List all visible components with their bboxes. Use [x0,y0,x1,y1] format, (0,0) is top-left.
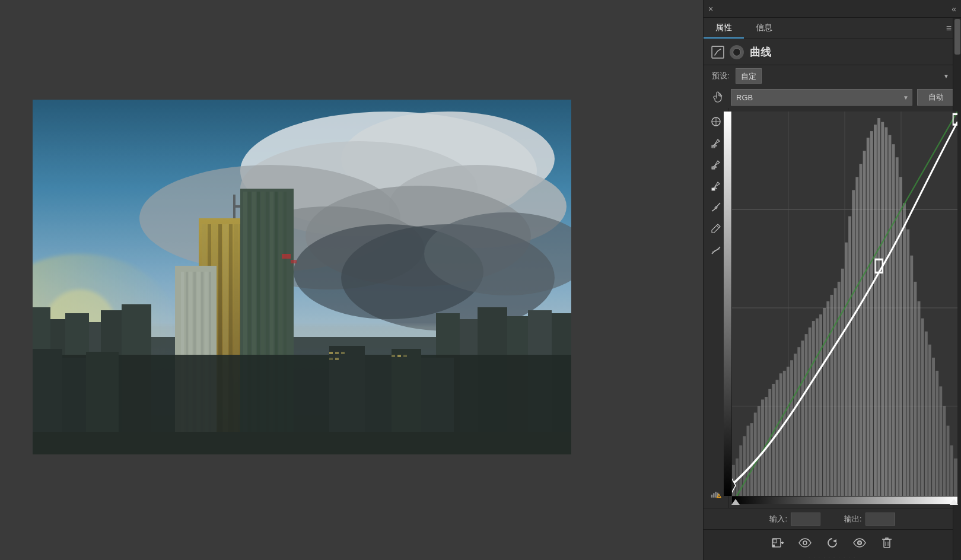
svg-rect-155 [910,256,913,504]
svg-rect-147 [881,122,884,504]
scrollbar-thumb[interactable] [954,19,960,55]
svg-rect-119 [779,373,782,504]
svg-rect-149 [889,135,892,504]
svg-point-177 [803,541,807,545]
output-gradient-bar [724,112,732,496]
mask-icon[interactable] [730,45,744,59]
output-value[interactable] [865,513,895,526]
svg-rect-165 [947,426,950,504]
input-gradient-bar [732,496,957,504]
preset-select[interactable]: 自定 [736,68,762,84]
svg-rect-151 [896,157,899,504]
double-arrow-icon[interactable]: « [952,4,956,14]
tools-curve-row: ! [704,108,961,508]
svg-rect-96 [715,492,716,498]
channel-row: RGB Red Green Blue 自动 [704,87,961,108]
svg-line-84 [718,49,721,50]
svg-rect-160 [928,345,931,504]
svg-rect-116 [768,389,771,504]
svg-rect-81 [33,100,571,454]
add-mask-button[interactable] [769,534,787,552]
svg-rect-182 [884,539,890,548]
svg-rect-157 [918,301,921,504]
svg-rect-142 [863,151,866,504]
svg-rect-127 [809,327,812,504]
channel-dropdown[interactable]: RGB Red Green Blue [731,89,912,106]
sample-point-tool[interactable] [707,113,725,131]
curve-area[interactable] [732,112,957,504]
curve-graph[interactable] [732,112,957,504]
tab-info[interactable]: 信息 [744,18,784,39]
svg-rect-130 [819,314,822,504]
svg-rect-90 [712,167,715,169]
svg-rect-138 [848,217,851,504]
svg-line-93 [717,225,719,228]
svg-rect-120 [783,371,786,504]
svg-text:!: ! [718,494,719,498]
svg-rect-122 [790,360,793,504]
delete-button[interactable] [878,534,896,552]
svg-rect-145 [874,125,877,504]
preset-label: 预设: [712,71,730,81]
svg-rect-129 [816,319,819,504]
panel-title: 曲线 [750,45,771,59]
svg-rect-143 [867,138,870,504]
svg-rect-158 [921,319,924,504]
white-point-eyedropper[interactable] [707,177,725,195]
svg-rect-146 [877,118,880,504]
svg-rect-163 [939,386,942,504]
svg-rect-136 [841,269,844,504]
svg-rect-152 [899,177,902,504]
pencil-tool[interactable] [707,219,725,237]
photo-container [33,100,571,454]
reset-button[interactable] [823,534,841,552]
clipping-warning[interactable]: ! [707,485,725,503]
svg-rect-121 [787,367,790,504]
auto-button[interactable]: 自动 [917,89,955,106]
resize-handle[interactable]: · · · · · · · · · · [704,555,961,560]
hand-tool-icon[interactable] [709,89,726,106]
svg-rect-161 [932,358,935,504]
panel-header: 曲线 [704,39,961,65]
svg-rect-91 [712,188,715,190]
svg-rect-94 [711,495,712,498]
output-label: 输出: [844,514,862,524]
svg-rect-128 [812,321,815,504]
svg-rect-139 [852,190,855,504]
adjustment-icon[interactable] [709,44,726,61]
preset-dropdown[interactable]: 自定 [736,68,953,84]
preset-row: 预设: 自定 [704,65,961,87]
svg-point-180 [858,542,861,544]
channel-select[interactable]: RGB Red Green Blue [731,89,912,106]
input-field: 输入: [769,513,820,526]
svg-rect-174 [772,545,775,547]
preview-button[interactable] [851,534,868,552]
gray-point-eyedropper[interactable] [707,155,725,173]
tabs-row: 属性 信息 ≡ [704,18,961,39]
input-value[interactable] [791,513,820,526]
svg-rect-124 [797,347,800,504]
svg-rect-126 [805,334,808,504]
output-field: 输出: [844,513,895,526]
svg-rect-133 [830,295,833,504]
white-point-handle[interactable] [950,499,958,505]
smooth-curve-tool[interactable] [707,198,725,216]
input-output-row: 输入: 输出: [704,508,961,529]
black-point-handle[interactable] [731,499,740,505]
svg-rect-164 [943,406,946,505]
svg-rect-148 [884,127,887,504]
svg-rect-125 [801,341,804,504]
svg-rect-140 [855,177,858,504]
tab-properties[interactable]: 属性 [704,18,744,39]
svg-rect-156 [914,282,917,504]
svg-rect-150 [892,144,895,504]
svg-rect-162 [935,371,938,504]
svg-rect-144 [870,131,873,504]
canvas-area [0,0,572,560]
close-icon[interactable]: × [708,4,713,14]
svg-rect-118 [776,380,779,504]
visibility-button[interactable] [796,534,814,552]
bottom-toolbar [704,529,961,555]
black-point-eyedropper[interactable] [707,134,725,152]
smooth-tool[interactable] [707,241,725,259]
